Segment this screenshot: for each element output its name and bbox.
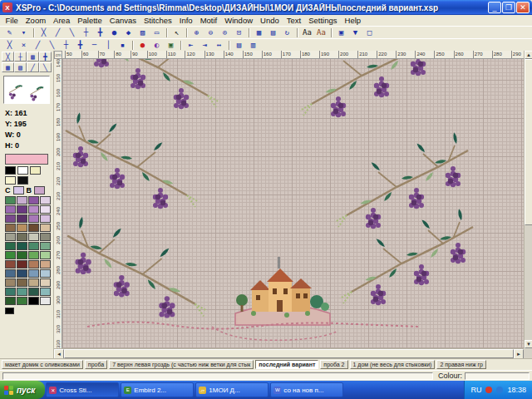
palette-swatch[interactable] [40, 251, 51, 259]
swap-colour-button[interactable]: ▣ [164, 40, 178, 51]
palette-swatch[interactable] [28, 242, 39, 250]
quick-colour-swatch[interactable] [30, 166, 41, 175]
palette-swatch[interactable] [28, 205, 39, 214]
palette-swatch[interactable] [17, 205, 27, 214]
vertical-scrollbar[interactable]: ▲ ▼ [524, 51, 532, 348]
zoom-out-tool[interactable]: ⊖ [204, 27, 218, 38]
special-stitch-button[interactable]: ▪ [116, 40, 130, 51]
mini-pattern[interactable]: ▩ [2, 62, 14, 72]
palette-swatch[interactable] [5, 196, 16, 204]
palette-swatch[interactable] [28, 214, 39, 223]
title-bar[interactable]: X XSPro - C:\Documents and Settings\Rimm… [0, 0, 532, 15]
palette-swatch[interactable] [40, 224, 51, 232]
quick-colour-swatch[interactable] [17, 176, 28, 185]
menu-item[interactable]: File [2, 16, 22, 25]
export-button[interactable]: ▼ [348, 27, 362, 38]
menu-item[interactable]: Palette [74, 16, 106, 25]
rulers-toggle-button[interactable]: ▤ [266, 27, 280, 38]
palette-swatch[interactable] [28, 288, 39, 296]
shift-left-button[interactable]: ⇤ [184, 40, 198, 51]
palette-button[interactable]: ◐ [150, 40, 164, 51]
vertical-scroll-thumb[interactable] [525, 59, 532, 225]
palette-swatch[interactable] [40, 196, 51, 204]
palette-swatch[interactable] [5, 297, 16, 305]
palette-swatch[interactable] [40, 242, 51, 250]
mini-shade[interactable]: ▧ [14, 62, 27, 72]
menu-item[interactable]: Settings [305, 16, 341, 25]
palette-swatch[interactable] [17, 260, 27, 268]
quick-colour-swatch[interactable] [17, 166, 28, 175]
backstitch-button[interactable]: ─ [87, 40, 101, 51]
palette-swatch[interactable] [5, 251, 16, 259]
fill-tool[interactable]: ▨ [135, 27, 150, 38]
cross-colour-swatch[interactable] [13, 186, 24, 195]
palette-swatch[interactable] [5, 260, 16, 268]
palette-swatch[interactable] [17, 278, 27, 287]
palette-swatch[interactable] [17, 224, 27, 232]
palette-swatch[interactable] [28, 260, 39, 268]
design-tab[interactable]: макет домик с оливковками [2, 360, 83, 369]
palette-swatch[interactable] [17, 269, 27, 278]
menu-item[interactable]: Undo [257, 16, 283, 25]
palette-swatch[interactable] [5, 278, 16, 287]
cross-stitch-button[interactable]: ╳ [2, 40, 17, 51]
tray-app-icon[interactable] [485, 387, 492, 393]
scroll-up-arrow[interactable]: ▲ [525, 51, 532, 59]
palette-swatch[interactable] [28, 224, 39, 232]
text-font-button[interactable]: Aa [300, 27, 314, 38]
refresh-view-button[interactable]: ↻ [280, 27, 294, 38]
tray-network-icon[interactable] [496, 387, 503, 393]
quarter-stitch-button[interactable]: ┼ [59, 40, 73, 51]
grid-toggle-button[interactable]: ▦ [252, 27, 266, 38]
maximize-button[interactable]: ❐ [502, 2, 515, 13]
mini-three-quarter[interactable]: ╋ [39, 52, 52, 62]
french-knot-tool[interactable]: ● [107, 27, 121, 38]
longstitch-button[interactable]: │ [101, 40, 116, 51]
taskbar-task-button[interactable]: ▱ 1МОИ Д... [195, 382, 268, 397]
design-tab[interactable]: 2 правая ниж гр [436, 360, 486, 369]
start-button[interactable]: пуск [0, 381, 45, 399]
three-quarter-stitch-tool[interactable]: ╋ [93, 27, 107, 38]
palette-swatch[interactable] [40, 269, 51, 278]
crop-button[interactable]: □ [362, 27, 377, 38]
full-stitch-tool[interactable]: ╳ [37, 27, 51, 38]
palette-swatch[interactable] [40, 260, 51, 268]
half-stitch-tool[interactable]: ╱ [51, 27, 65, 38]
design-tab[interactable]: последний вариант [255, 360, 318, 369]
palette-swatch[interactable] [17, 297, 27, 305]
mini-diag-a[interactable]: ╱ [27, 62, 39, 72]
palette-swatch[interactable] [17, 288, 27, 296]
palette-swatch[interactable] [28, 278, 39, 287]
menu-item[interactable]: Motif [196, 16, 221, 25]
zoom-fit-tool[interactable]: ⊡ [232, 27, 246, 38]
mini-diag-b[interactable]: ╲ [39, 62, 52, 72]
palette-swatch[interactable] [17, 251, 27, 259]
quick-colour-swatch[interactable] [5, 176, 16, 185]
palette-swatch[interactable] [5, 224, 16, 232]
palette-swatch[interactable] [40, 297, 51, 305]
colour-record-button[interactable]: ● [135, 40, 150, 51]
palette-swatch[interactable] [40, 205, 51, 214]
palette-swatch[interactable] [17, 242, 27, 250]
menu-item[interactable]: Canvas [106, 16, 140, 25]
design-tab[interactable]: проба 2 [320, 360, 347, 369]
palette-swatch[interactable] [40, 278, 51, 287]
palette-swatch[interactable] [5, 233, 16, 241]
eraser-tool[interactable]: ▭ [150, 27, 164, 38]
palette-swatch[interactable] [28, 251, 39, 259]
quick-colour-swatch[interactable] [5, 166, 16, 175]
zoom-actual-tool[interactable]: ⊙ [218, 27, 232, 38]
design-tab[interactable]: проба [85, 360, 107, 369]
palette-swatch[interactable] [5, 242, 16, 250]
design-tab[interactable]: 1 дом (не весь для стыковки) [350, 360, 436, 369]
close-button[interactable]: ✕ [516, 2, 530, 13]
palette-swatch[interactable] [28, 269, 39, 278]
menu-item[interactable]: Info [175, 16, 196, 25]
keyboard-language-indicator[interactable]: RU [470, 386, 481, 394]
pencil-dropdown[interactable]: ▾ [17, 27, 31, 38]
mini-full-stitch[interactable]: ╳ [2, 52, 14, 62]
quarter-stitch-tool[interactable]: ┼ [79, 27, 93, 38]
menu-item[interactable]: Window [221, 16, 257, 25]
menu-item[interactable]: Area [50, 16, 74, 25]
palette-swatch[interactable] [17, 233, 27, 241]
